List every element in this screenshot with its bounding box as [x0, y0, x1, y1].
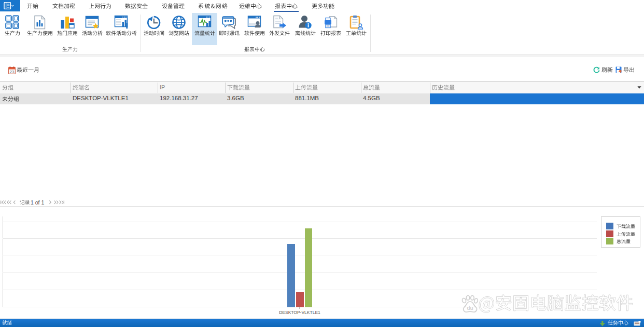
svg-text:du: du — [467, 305, 473, 311]
svg-text:23: 23 — [10, 70, 15, 74]
